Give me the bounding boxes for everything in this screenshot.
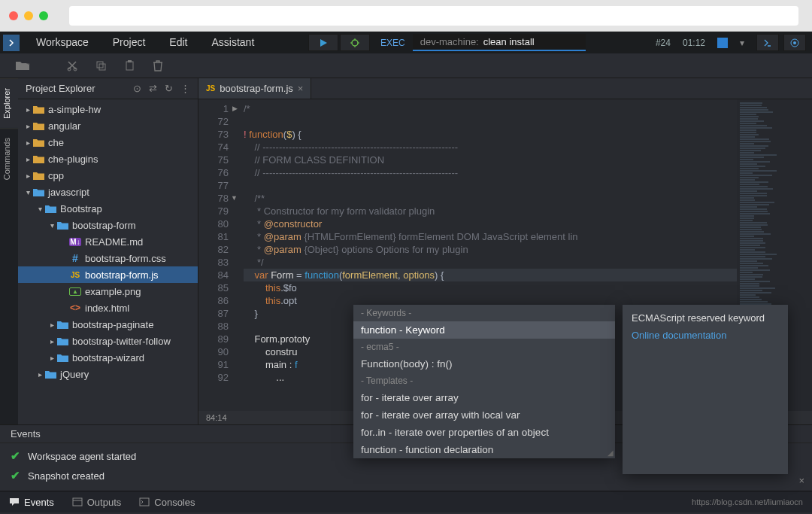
ac-item[interactable]: Function(body) : fn() bbox=[353, 355, 615, 373]
tree-folder[interactable]: ▸bootstrap-wizard bbox=[18, 349, 198, 366]
tree-folder[interactable]: ▾bootstrap-form bbox=[18, 217, 198, 233]
css-icon: # bbox=[69, 252, 81, 264]
ac-item[interactable]: for..in - iterate over properties of an … bbox=[353, 424, 615, 441]
dropdown-icon[interactable]: ▾ bbox=[740, 38, 744, 48]
chevron-icon: ▸ bbox=[47, 321, 57, 329]
tree-folder[interactable]: ▸a-simple-hw bbox=[18, 101, 198, 117]
explorer-settings-icon[interactable]: ⋮ bbox=[180, 83, 190, 94]
tree-label: bootstrap-wizard bbox=[72, 352, 144, 363]
ac-item[interactable]: for - iterate over array bbox=[353, 389, 615, 406]
tree-folder[interactable]: ▸angular bbox=[18, 117, 198, 134]
browser-url-input[interactable] bbox=[69, 6, 798, 26]
svg-rect-14 bbox=[73, 498, 82, 506]
chevron-icon: ▸ bbox=[23, 172, 33, 180]
doc-link[interactable]: Online documentation bbox=[632, 330, 779, 341]
copy-button[interactable] bbox=[92, 56, 110, 75]
tree-folder[interactable]: ▸bootstrap-paginate bbox=[18, 316, 198, 333]
folder-icon bbox=[33, 138, 44, 147]
tree-folder[interactable]: ▸che-plugins bbox=[18, 151, 198, 167]
tree-folder[interactable]: ▸jQuery bbox=[18, 366, 198, 382]
svg-rect-16 bbox=[140, 498, 149, 506]
svg-rect-11 bbox=[99, 64, 105, 70]
folder-icon bbox=[45, 370, 56, 379]
tree-file[interactable]: #bootstrap-form.css bbox=[18, 250, 198, 266]
tab-bootstrap-form-js[interactable]: JS bootstrap-form.js × bbox=[198, 78, 311, 99]
menu-workspace[interactable]: Workspace bbox=[24, 32, 101, 53]
tree-label: cpp bbox=[48, 170, 64, 181]
run-button[interactable] bbox=[308, 34, 338, 51]
tree-label: angular bbox=[48, 120, 80, 132]
chevron-icon: ▸ bbox=[23, 155, 33, 163]
rail-explorer[interactable]: Explorer bbox=[0, 78, 18, 128]
tree-label: example.png bbox=[85, 286, 141, 297]
explorer-collapse-icon[interactable]: ⇄ bbox=[149, 83, 157, 94]
doc-title: ECMAScript reserved keyword bbox=[632, 312, 779, 324]
paste-button[interactable] bbox=[120, 56, 138, 75]
nav-arrow-button[interactable] bbox=[3, 35, 20, 51]
window-zoom-icon[interactable] bbox=[39, 11, 48, 20]
tree-label: bootstrap-twitter-follow bbox=[72, 336, 171, 347]
chevron-icon: ▸ bbox=[47, 337, 57, 345]
footer-watermark: https://blog.csdn.net/liumiaocn bbox=[692, 497, 803, 506]
js-icon: JS bbox=[206, 84, 215, 93]
tree-file[interactable]: <>index.html bbox=[18, 300, 198, 316]
chevron-icon: ▸ bbox=[47, 354, 57, 362]
tree-folder[interactable]: ▸cpp bbox=[18, 167, 198, 184]
ac-item[interactable]: function - function declaration bbox=[353, 441, 615, 458]
toolbar: + bbox=[0, 53, 812, 78]
tree-file[interactable]: M↓README.md bbox=[18, 233, 198, 250]
ac-item[interactable]: function - Keyword bbox=[353, 321, 615, 339]
menu-assistant[interactable]: Assistant bbox=[199, 32, 266, 53]
terminal-button[interactable] bbox=[756, 34, 779, 51]
tree-folder[interactable]: ▾Bootstrap bbox=[18, 200, 198, 217]
menu-project[interactable]: Project bbox=[101, 32, 158, 53]
tab-label: bootstrap-form.js bbox=[220, 83, 293, 94]
events-close-icon[interactable]: × bbox=[798, 475, 804, 486]
menu-edit[interactable]: Edit bbox=[157, 32, 199, 53]
exec-command-selector[interactable]: dev-machine: clean install bbox=[413, 34, 586, 51]
window-close-icon[interactable] bbox=[9, 11, 18, 20]
tree-folder[interactable]: ▸bootstrap-twitter-follow bbox=[18, 333, 198, 349]
window-minimize-icon[interactable] bbox=[24, 11, 33, 20]
ac-group-header: - Templates - bbox=[353, 373, 615, 389]
left-rail: Explorer Commands bbox=[0, 78, 18, 424]
tree-label: jQuery bbox=[60, 369, 89, 380]
folder-icon bbox=[33, 187, 44, 196]
target-button[interactable] bbox=[783, 34, 806, 51]
project-tree[interactable]: ▸a-simple-hw▸angular▸che▸che-plugins▸cpp… bbox=[18, 99, 198, 424]
debug-button[interactable] bbox=[340, 34, 370, 51]
ac-group-header: - ecma5 - bbox=[353, 339, 615, 355]
tree-folder[interactable]: ▾javascript bbox=[18, 184, 198, 200]
explorer-title: Project Explorer bbox=[26, 83, 95, 94]
cut-button[interactable] bbox=[63, 56, 81, 75]
js-icon: JS bbox=[69, 271, 81, 279]
footer-events-label: Events bbox=[24, 497, 54, 508]
svg-text:+: + bbox=[26, 60, 30, 67]
exec-host: dev-machine: bbox=[420, 36, 479, 47]
delete-button[interactable] bbox=[149, 56, 167, 75]
window-titlebar bbox=[0, 0, 812, 32]
new-folder-button[interactable]: + bbox=[14, 56, 32, 75]
tree-label: Bootstrap bbox=[60, 203, 102, 214]
footer-consoles[interactable]: Consoles bbox=[139, 497, 195, 508]
event-text: Snapshot created bbox=[28, 470, 105, 482]
tree-label: bootstrap-form.js bbox=[85, 269, 159, 281]
ac-item[interactable]: for - iterate over array with local var bbox=[353, 406, 615, 424]
explorer-link-icon[interactable]: ⊙ bbox=[133, 83, 141, 94]
exec-label: EXEC bbox=[380, 38, 405, 48]
rail-commands[interactable]: Commands bbox=[0, 128, 18, 189]
tree-folder[interactable]: ▸che bbox=[18, 134, 198, 151]
svg-rect-13 bbox=[128, 60, 132, 62]
tree-file[interactable]: JSbootstrap-form.js bbox=[18, 266, 198, 283]
tree-file[interactable]: ▲example.png bbox=[18, 283, 198, 300]
svg-rect-10 bbox=[97, 62, 103, 68]
tree-label: a-simple-hw bbox=[48, 104, 101, 115]
footer-events[interactable]: Events bbox=[9, 497, 54, 508]
traffic-lights bbox=[9, 11, 48, 20]
autocomplete-popup[interactable]: - Keywords -function - Keyword- ecma5 -F… bbox=[353, 305, 615, 458]
folder-icon bbox=[33, 171, 44, 180]
footer-outputs[interactable]: Outputs bbox=[72, 497, 122, 508]
explorer-refresh-icon[interactable]: ↻ bbox=[165, 83, 173, 94]
folder-icon bbox=[57, 336, 68, 345]
tab-close-icon[interactable]: × bbox=[298, 83, 304, 94]
